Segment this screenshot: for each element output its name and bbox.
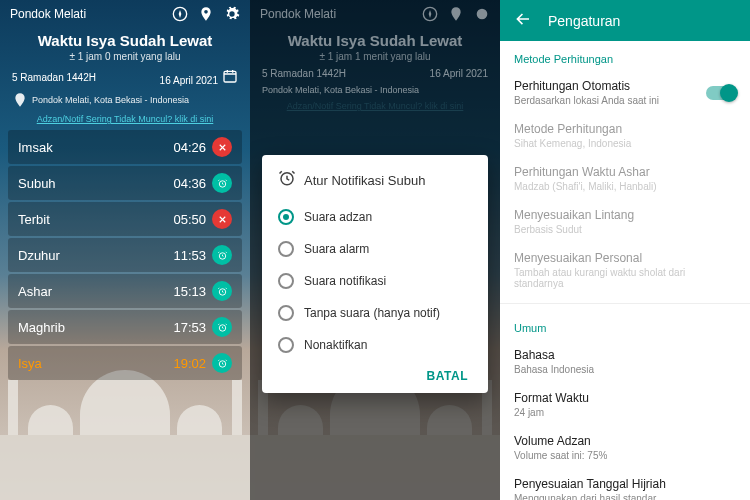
setting-subtitle: Menggunakan dari hasil standar: [514, 493, 736, 500]
radio-option[interactable]: Tanpa suara (hanya notif): [278, 297, 472, 329]
settings-row[interactable]: Format Waktu24 jam: [500, 383, 750, 426]
section-calculation: Metode Perhitungan: [500, 41, 750, 71]
radio-option[interactable]: Suara notifikasi: [278, 265, 472, 297]
prayer-time: 15:13: [173, 284, 206, 299]
help-link-row: Adzan/Notif Sering Tidak Muncul? klik di…: [250, 97, 500, 115]
option-label: Suara notifikasi: [304, 274, 386, 288]
hero-title: Waktu Isya Sudah Lewat: [10, 32, 240, 49]
compass-icon: [422, 6, 438, 22]
prayer-name: Maghrib: [18, 320, 65, 335]
setting-title: Bahasa: [514, 348, 736, 362]
prayer-time: 17:53: [173, 320, 206, 335]
dialog-title: Atur Notifikasi Subuh: [304, 173, 425, 188]
prayer-name: Ashar: [18, 284, 52, 299]
option-label: Tanpa suara (hanya notif): [304, 306, 440, 320]
alarm-toggle-icon[interactable]: [212, 173, 232, 193]
settings-body[interactable]: Metode Perhitungan Perhitungan OtomatisB…: [500, 41, 750, 500]
settings-row: Metode PerhitunganSihat Kemenag, Indones…: [500, 114, 750, 157]
location-pin-icon: [448, 6, 464, 22]
location-text: Pondok Melati, Kota Bekasi - Indonesia: [262, 85, 419, 95]
setting-subtitle: Berdasarkan lokasi Anda saat ini: [514, 95, 659, 106]
setting-title: Perhitungan Waktu Ashar: [514, 165, 736, 179]
radio-option[interactable]: Suara adzan: [278, 201, 472, 233]
radio-option[interactable]: Suara alarm: [278, 233, 472, 265]
prayer-row-terbit[interactable]: Terbit05:50: [8, 202, 242, 236]
prayer-name: Dzuhur: [18, 248, 60, 263]
setting-subtitle: Bahasa Indonesia: [514, 364, 736, 375]
alarm-toggle-icon[interactable]: [212, 209, 232, 229]
svg-point-8: [477, 9, 488, 20]
setting-title: Format Waktu: [514, 391, 736, 405]
settings-row[interactable]: Perhitungan OtomatisBerdasarkan lokasi A…: [500, 71, 750, 114]
divider: [500, 303, 750, 304]
alarm-clock-icon: [278, 169, 296, 191]
settings-row[interactable]: BahasaBahasa Indonesia: [500, 340, 750, 383]
prayer-name: Imsak: [18, 140, 53, 155]
settings-row: Perhitungan Waktu AsharMadzab (Shafi'i, …: [500, 157, 750, 200]
radio-icon: [278, 209, 294, 225]
prayer-row-isya[interactable]: Isya19:02: [8, 346, 242, 380]
settings-row: Menyesuaikan PersonalTambah atau kurangi…: [500, 243, 750, 297]
location-row: Pondok Melati, Kota Bekasi - Indonesia: [0, 90, 250, 110]
setting-title: Volume Adzan: [514, 434, 736, 448]
help-link[interactable]: Adzan/Notif Sering Tidak Muncul? klik di…: [37, 114, 214, 124]
gear-icon: [474, 6, 490, 22]
setting-subtitle: Volume saat ini: 75%: [514, 450, 736, 461]
help-link-row: Adzan/Notif Sering Tidak Muncul? klik di…: [0, 110, 250, 128]
settings-title: Pengaturan: [548, 13, 620, 29]
screen-notification-dialog: Pondok Melati Waktu Isya Sudah Lewat ± 1…: [250, 0, 500, 500]
radio-icon: [278, 241, 294, 257]
alarm-toggle-icon[interactable]: [212, 137, 232, 157]
prayer-time: 05:50: [173, 212, 206, 227]
alarm-toggle-icon[interactable]: [212, 281, 232, 301]
hijri-date: 5 Ramadan 1442H: [12, 72, 96, 83]
alarm-toggle-icon[interactable]: [212, 317, 232, 337]
gear-icon[interactable]: [224, 6, 240, 22]
option-label: Nonaktifkan: [304, 338, 367, 352]
toggle-switch[interactable]: [706, 86, 736, 100]
location-text: Pondok Melati, Kota Bekasi - Indonesia: [32, 95, 189, 105]
prayer-row-subuh[interactable]: Subuh04:36: [8, 166, 242, 200]
prayer-time: 04:26: [173, 140, 206, 155]
prayer-list: Imsak04:26Subuh04:36Terbit05:50Dzuhur11:…: [0, 128, 250, 384]
prayer-name: Terbit: [18, 212, 50, 227]
location-pin-icon[interactable]: [198, 6, 214, 22]
setting-title: Metode Perhitungan: [514, 122, 736, 136]
option-label: Suara alarm: [304, 242, 369, 256]
prayer-row-maghrib[interactable]: Maghrib17:53: [8, 310, 242, 344]
alarm-toggle-icon[interactable]: [212, 245, 232, 265]
prayer-row-ashar[interactable]: Ashar15:13: [8, 274, 242, 308]
setting-subtitle: Berbasis Sudut: [514, 224, 736, 235]
hero: Waktu Isya Sudah Lewat ± 1 jam 0 menit y…: [0, 28, 250, 64]
radio-icon: [278, 305, 294, 321]
back-arrow-icon[interactable]: [514, 10, 532, 31]
option-label: Suara adzan: [304, 210, 372, 224]
prayer-row-imsak[interactable]: Imsak04:26: [8, 130, 242, 164]
pin-small-icon: [12, 92, 28, 108]
setting-subtitle: Tambah atau kurangi waktu sholat dari st…: [514, 267, 736, 289]
settings-row: Menyesuaikan LintangBerbasis Sudut: [500, 200, 750, 243]
prayer-name: Isya: [18, 356, 42, 371]
settings-row[interactable]: Volume AdzanVolume saat ini: 75%: [500, 426, 750, 469]
screen-settings: Pengaturan Metode Perhitungan Perhitunga…: [500, 0, 750, 500]
hero-subtitle: ± 1 jam 0 menit yang lalu: [10, 51, 240, 62]
location-label: Pondok Melati: [10, 7, 86, 21]
settings-topbar: Pengaturan: [500, 0, 750, 41]
radio-option[interactable]: Nonaktifkan: [278, 329, 472, 361]
compass-icon[interactable]: [172, 6, 188, 22]
setting-subtitle: 24 jam: [514, 407, 736, 418]
setting-subtitle: Madzab (Shafi'i, Maliki, Hanbali): [514, 181, 736, 192]
section-general: Umum: [500, 310, 750, 340]
topbar: Pondok Melati: [0, 0, 250, 28]
svg-rect-1: [224, 71, 236, 82]
setting-subtitle: Sihat Kemenag, Indonesia: [514, 138, 736, 149]
cancel-button[interactable]: BATAL: [278, 361, 472, 385]
alarm-toggle-icon[interactable]: [212, 353, 232, 373]
prayer-row-dzuhur[interactable]: Dzuhur11:53: [8, 238, 242, 272]
setting-title: Penyesuaian Tanggal Hijriah: [514, 477, 736, 491]
hero-subtitle: ± 1 jam 1 menit yang lalu: [260, 51, 490, 62]
settings-row[interactable]: Penyesuaian Tanggal HijriahMenggunakan d…: [500, 469, 750, 500]
calendar-icon[interactable]: [222, 68, 238, 84]
hero-title: Waktu Isya Sudah Lewat: [260, 32, 490, 49]
notification-dialog: Atur Notifikasi Subuh Suara adzanSuara a…: [262, 155, 488, 393]
